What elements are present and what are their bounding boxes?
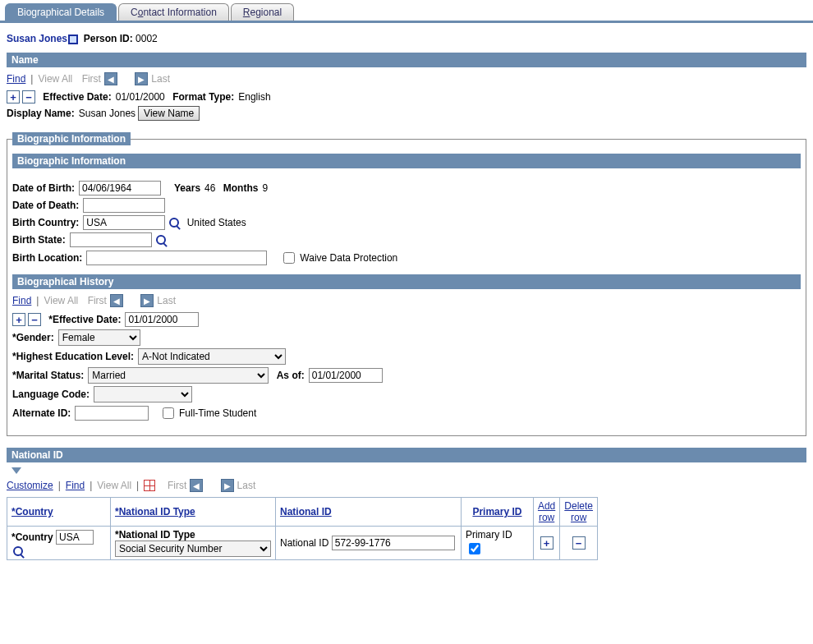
history-find-link[interactable]: Find xyxy=(12,295,31,306)
col-add: Add row xyxy=(533,498,559,527)
col-country[interactable]: *Country xyxy=(7,498,111,527)
full-time-student-checkbox[interactable] xyxy=(163,407,174,419)
grid-download-icon[interactable] xyxy=(144,480,155,491)
biographic-information-group: Biographic Information Biographic Inform… xyxy=(7,132,806,436)
birth-country-label: Birth Country: xyxy=(12,217,79,228)
format-type-value: English xyxy=(238,91,270,103)
history-last-label: Last xyxy=(157,295,176,306)
col-nid-type[interactable]: *National ID Type xyxy=(111,498,276,527)
waive-data-protection-checkbox[interactable] xyxy=(283,252,295,264)
info-icon[interactable] xyxy=(68,34,78,44)
natid-view-all: View All xyxy=(97,480,131,491)
marital-status-label: *Marital Status: xyxy=(12,370,84,381)
table-header-row: *Country *National ID Type National ID P… xyxy=(7,498,598,527)
delete-row-icon[interactable]: − xyxy=(572,536,586,550)
full-time-student-label: Full-Time Student xyxy=(179,407,256,419)
arrow-right-icon[interactable]: ▶ xyxy=(221,479,234,492)
history-view-all: View All xyxy=(44,295,78,306)
expand-collapse-icon[interactable] xyxy=(11,467,21,474)
name-first-label: First xyxy=(82,73,101,85)
gender-label: *Gender: xyxy=(12,332,54,343)
national-id-table: *Country *National ID Type National ID P… xyxy=(7,497,598,560)
birth-state-input[interactable] xyxy=(70,232,152,247)
tab-regional[interactable]: Regional xyxy=(231,3,294,21)
row-primary-label: Primary ID xyxy=(466,529,512,540)
birth-location-input[interactable] xyxy=(86,251,267,265)
language-code-select[interactable] xyxy=(94,386,192,402)
person-header: Susan Jones Person ID: 0002 xyxy=(7,33,806,44)
effective-date-label: Effective Date: xyxy=(43,91,111,103)
alternate-id-label: Alternate ID: xyxy=(12,407,71,419)
education-label: *Highest Education Level: xyxy=(12,351,134,362)
birth-location-label: Birth Location: xyxy=(12,252,82,264)
row-country-label: *Country xyxy=(11,531,53,543)
natid-find-link[interactable]: Find xyxy=(66,480,85,491)
row-nidtype-label: *National ID Type xyxy=(115,529,195,540)
arrow-left-icon[interactable]: ◀ xyxy=(104,72,117,85)
history-first-label: First xyxy=(88,295,107,306)
marital-status-select[interactable]: Married xyxy=(88,367,269,384)
lookup-icon[interactable] xyxy=(13,546,23,556)
natid-first-label: First xyxy=(168,480,186,491)
row-nid-input[interactable] xyxy=(332,536,455,550)
lookup-icon[interactable] xyxy=(156,235,166,245)
effective-date-value: 01/01/2000 xyxy=(116,91,165,103)
dod-label: Date of Death: xyxy=(12,200,79,211)
months-value: 9 xyxy=(262,182,268,194)
education-select[interactable]: A-Not Indicated xyxy=(138,348,286,365)
view-name-button[interactable]: View Name xyxy=(138,106,200,121)
years-label: Years xyxy=(174,182,200,194)
dob-input[interactable] xyxy=(79,181,161,196)
birth-country-desc: United States xyxy=(187,217,246,228)
section-header-national-id: National ID xyxy=(7,448,806,462)
tab-bar: Biographical Details Contact Information… xyxy=(0,0,813,23)
add-row-icon[interactable]: + xyxy=(12,313,25,326)
row-nid-label: National ID xyxy=(280,537,328,549)
arrow-right-icon[interactable]: ▶ xyxy=(135,72,148,85)
format-type-label: Format Type: xyxy=(172,91,234,103)
arrow-left-icon[interactable]: ◀ xyxy=(110,294,123,307)
natid-customize-link[interactable]: Customize xyxy=(7,480,53,491)
as-of-input[interactable] xyxy=(309,368,383,383)
display-name-value: Susan Jones xyxy=(79,108,136,119)
biographic-information-legend: Biographic Information xyxy=(12,132,131,145)
row-nidtype-select[interactable]: Social Security Number xyxy=(115,540,271,557)
add-row-icon[interactable]: + xyxy=(7,90,20,104)
as-of-label: As of: xyxy=(277,370,305,381)
arrow-right-icon[interactable]: ▶ xyxy=(140,294,154,307)
add-row-icon[interactable]: + xyxy=(540,536,553,550)
language-code-label: Language Code: xyxy=(12,389,90,400)
person-id-value: 0002 xyxy=(136,33,158,44)
dob-label: Date of Birth: xyxy=(12,182,75,194)
delete-row-icon[interactable]: − xyxy=(28,313,41,326)
table-row: *Country *National ID Type Social Securi… xyxy=(7,527,598,560)
alternate-id-input[interactable] xyxy=(75,406,149,421)
lookup-icon[interactable] xyxy=(169,218,179,228)
name-view-all: View All xyxy=(38,73,72,85)
col-primary[interactable]: Primary ID xyxy=(461,498,533,527)
months-label: Months xyxy=(223,182,259,194)
row-country-input[interactable] xyxy=(56,530,94,545)
section-header-bio-info: Biographic Information xyxy=(12,154,801,168)
dod-input[interactable] xyxy=(83,198,165,213)
name-find-link[interactable]: Find xyxy=(7,73,25,85)
col-delete: Delete row xyxy=(560,498,598,527)
tab-biographical-details[interactable]: Biographical Details xyxy=(5,3,117,21)
row-primary-checkbox[interactable] xyxy=(469,543,480,554)
person-name: Susan Jones xyxy=(7,33,67,44)
tab-contact-information[interactable]: Contact Information xyxy=(118,3,229,21)
col-nid[interactable]: National ID xyxy=(276,498,462,527)
person-id-label: Person ID: xyxy=(84,33,133,44)
natid-last-label: Last xyxy=(237,480,256,491)
years-value: 46 xyxy=(204,182,215,194)
section-header-name: Name xyxy=(7,53,806,67)
birth-country-input[interactable] xyxy=(83,215,165,230)
name-last-label: Last xyxy=(151,73,170,85)
display-name-label: Display Name: xyxy=(7,108,75,119)
arrow-left-icon[interactable]: ◀ xyxy=(190,479,203,492)
history-eff-date-input[interactable] xyxy=(125,312,199,327)
waive-data-protection-label: Waive Data Protection xyxy=(300,252,397,264)
delete-row-icon[interactable]: − xyxy=(22,90,35,104)
history-eff-date-label: *Effective Date: xyxy=(48,314,121,325)
gender-select[interactable]: Female xyxy=(58,329,140,346)
